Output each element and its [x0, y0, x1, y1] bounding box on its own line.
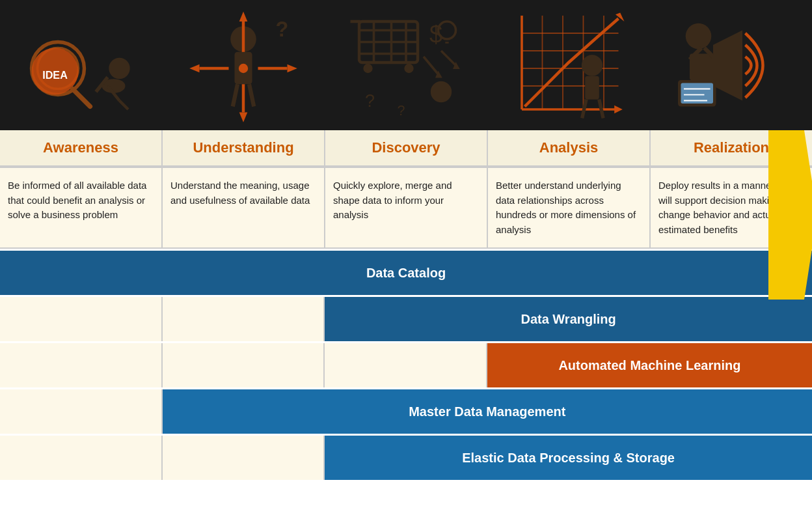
empty-awareness-aml [0, 343, 163, 387]
analysis-icon [510, 8, 627, 122]
svg-text:?: ? [365, 91, 375, 110]
description-row: Be informed of all available data that c… [0, 167, 812, 249]
svg-text:?: ? [397, 102, 405, 119]
header-discovery: Discovery [325, 130, 487, 165]
understanding-illustration: ? [163, 0, 325, 130]
svg-marker-13 [190, 64, 200, 72]
svg-text:?: ? [276, 17, 289, 40]
empty-discovery-aml [325, 343, 487, 387]
understanding-icon: ? [185, 8, 302, 122]
desc-awareness: Be informed of all available data that c… [0, 168, 162, 247]
awareness-illustration: IDEA [0, 0, 163, 130]
awareness-icon: IDEA [23, 8, 140, 122]
svg-point-32 [404, 63, 413, 72]
illustration-row: IDEA [0, 0, 812, 130]
svg-marker-15 [288, 64, 297, 72]
empty-understanding-aml [163, 343, 325, 387]
empty-awareness-dw [0, 297, 163, 341]
master-data-bar: Master Data Management [163, 389, 812, 434]
discovery-icon: $ ? ? [347, 8, 465, 122]
svg-line-37 [441, 51, 456, 66]
bars-section: Data Catalog Data Wrangling Automated Ma… [0, 251, 812, 480]
data-wrangling-bar: Data Wrangling [325, 297, 812, 341]
desc-discovery: Quickly explore, merge and shape data to… [325, 168, 487, 247]
svg-marker-71 [768, 130, 812, 300]
data-catalog-bar: Data Catalog [0, 251, 812, 295]
svg-point-23 [239, 63, 248, 72]
yellow-arrow [768, 130, 812, 300]
content-wrapper: Awareness Understanding Discovery Analys… [0, 130, 812, 249]
desc-understanding: Understand the meaning, usage and useful… [162, 168, 325, 247]
elastic-data-row: Elastic Data Processing & Storage [0, 436, 812, 480]
svg-line-22 [249, 84, 254, 106]
discovery-illustration: $ ? ? [325, 0, 487, 130]
svg-marker-17 [239, 11, 248, 21]
header-analysis: Analysis [487, 130, 650, 165]
svg-line-60 [599, 99, 602, 118]
master-data-row: Master Data Management [0, 389, 812, 434]
header-row: Awareness Understanding Discovery Analys… [0, 130, 812, 167]
realization-icon [672, 8, 789, 122]
header-awareness: Awareness [0, 130, 162, 165]
svg-marker-61 [713, 30, 742, 100]
svg-line-35 [424, 57, 439, 74]
svg-line-9 [119, 100, 128, 109]
svg-rect-58 [585, 76, 599, 99]
svg-text:IDEA: IDEA [42, 69, 68, 81]
main-container: IDEA [0, 0, 812, 532]
empty-understanding-edp [163, 436, 325, 480]
header-understanding: Understanding [162, 130, 325, 165]
svg-point-39 [431, 81, 452, 102]
data-wrangling-row: Data Wrangling [0, 297, 812, 341]
svg-marker-56 [614, 105, 623, 113]
automl-row: Automated Machine Learning [0, 343, 812, 387]
empty-awareness-edp [0, 436, 163, 480]
svg-point-6 [109, 57, 129, 78]
empty-awareness-mdm [0, 389, 163, 434]
realization-illustration [649, 0, 812, 130]
svg-line-21 [233, 84, 237, 106]
svg-line-4 [72, 89, 90, 106]
empty-understanding-dw [163, 297, 325, 341]
svg-point-57 [581, 55, 602, 76]
svg-point-31 [363, 63, 372, 72]
elastic-data-bar: Elastic Data Processing & Storage [325, 436, 812, 480]
svg-point-63 [686, 23, 712, 49]
desc-analysis: Better understand underlying data relati… [487, 168, 650, 247]
data-catalog-row: Data Catalog [0, 251, 812, 295]
analysis-illustration [487, 0, 650, 130]
svg-marker-19 [239, 112, 248, 122]
automated-ml-bar: Automated Machine Learning [487, 343, 812, 387]
